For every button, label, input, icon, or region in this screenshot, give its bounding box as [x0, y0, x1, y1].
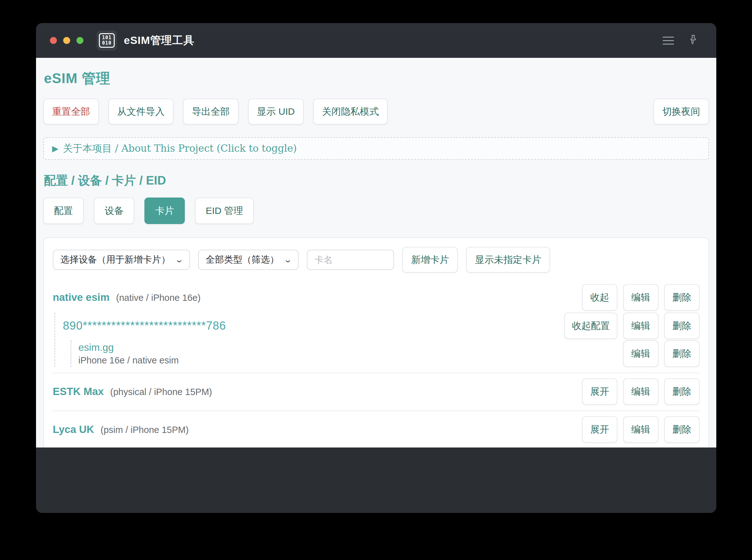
profile-name: esim.gg	[78, 342, 179, 353]
window-footer	[36, 447, 716, 513]
collapse-config-button[interactable]: 收起配置	[564, 313, 617, 339]
card-row: native esim (native / iPhone 16e) 收起 编辑 …	[53, 284, 699, 311]
type-select[interactable]: 全部类型（筛选） ⌄	[198, 250, 299, 270]
delete-button[interactable]: 删除	[664, 378, 699, 405]
content-area: eSIM 管理 重置全部 从文件导入 导出全部 显示 UID 关闭隐私模式 切换…	[36, 58, 716, 447]
card-group: Lyca UK (psim / iPhone 15PM) 展开 编辑 删除	[53, 411, 699, 447]
delete-button[interactable]: 删除	[664, 416, 699, 443]
edit-button[interactable]: 编辑	[623, 340, 658, 367]
card-row: ESTK Max (physical / iPhone 15PM) 展开 编辑 …	[53, 378, 699, 405]
profile-meta: iPhone 16e / native esim	[78, 355, 179, 366]
page-title: eSIM 管理	[44, 69, 709, 88]
filter-row: 选择设备（用于新增卡片） ⌄ 全部类型（筛选） ⌄ 新增卡片 显示未指定卡片	[53, 247, 699, 273]
delete-button[interactable]: 删除	[664, 340, 699, 367]
about-toggle[interactable]: ▶ 关于本项目 / About This Project (Click to t…	[43, 137, 709, 160]
expand-button[interactable]: 展开	[582, 378, 617, 405]
header-actions: 重置全部 从文件导入 导出全部 显示 UID 关闭隐私模式 切换夜间	[43, 99, 709, 124]
card-group: ESTK Max (physical / iPhone 15PM) 展开 编辑 …	[53, 373, 699, 411]
edit-button[interactable]: 编辑	[623, 284, 658, 311]
menu-icon[interactable]	[663, 37, 674, 44]
card-name: ESTK Max	[53, 385, 104, 397]
iccid-row: 890**************************786 收起配置 编辑…	[63, 313, 699, 339]
show-unassigned-button[interactable]: 显示未指定卡片	[466, 247, 550, 273]
zoom-window-button[interactable]	[77, 37, 83, 44]
binary-chip-icon: 101 010	[99, 33, 115, 48]
add-card-button[interactable]: 新增卡片	[402, 247, 458, 273]
iccid-block: 890**************************786 收起配置 编辑…	[54, 313, 699, 367]
iccid-text: 890**************************786	[63, 319, 226, 333]
card-row: Lyca UK (psim / iPhone 15PM) 展开 编辑 删除	[53, 416, 699, 443]
delete-button[interactable]: 删除	[664, 284, 699, 311]
card-name: native esim	[53, 292, 110, 303]
edit-button[interactable]: 编辑	[623, 313, 658, 339]
chevron-down-icon: ⌄	[175, 255, 184, 264]
card-panel: 选择设备（用于新增卡片） ⌄ 全部类型（筛选） ⌄ 新增卡片 显示未指定卡片 n…	[43, 237, 709, 447]
import-from-file-button[interactable]: 从文件导入	[108, 99, 174, 124]
card-meta: (physical / iPhone 15PM)	[110, 387, 212, 397]
export-all-button[interactable]: 导出全部	[183, 99, 239, 124]
tab-eid[interactable]: EID 管理	[195, 198, 254, 224]
delete-button[interactable]: 删除	[664, 313, 699, 339]
about-label: 关于本项目 / About This Project (Click to tog…	[63, 142, 297, 155]
show-uid-button[interactable]: 显示 UID	[248, 99, 304, 124]
card-name: Lyca UK	[53, 423, 94, 435]
tab-bar: 配置 设备 卡片 EID 管理	[43, 198, 709, 224]
profile-row: esim.gg iPhone 16e / native esim 编辑 删除	[78, 340, 699, 367]
night-mode-button[interactable]: 切换夜间	[653, 99, 709, 124]
pin-icon[interactable]	[688, 34, 698, 47]
titlebar: 101 010 eSIM管理工具	[36, 23, 716, 58]
close-window-button[interactable]	[50, 37, 57, 44]
traffic-lights	[50, 37, 83, 44]
app-window: 101 010 eSIM管理工具 eSIM 管理 重置全部 从文件导入 导出全部…	[36, 23, 716, 513]
collapse-button[interactable]: 收起	[582, 284, 617, 311]
profile-block: esim.gg iPhone 16e / native esim 编辑 删除	[70, 340, 699, 367]
chevron-down-icon: ⌄	[283, 255, 292, 264]
privacy-mode-button[interactable]: 关闭隐私模式	[313, 99, 388, 124]
minimize-window-button[interactable]	[63, 37, 70, 44]
edit-button[interactable]: 编辑	[623, 416, 658, 443]
card-name-input[interactable]	[307, 250, 394, 270]
app-icon: 101 010	[97, 30, 117, 51]
device-select[interactable]: 选择设备（用于新增卡片） ⌄	[53, 250, 190, 270]
edit-button[interactable]: 编辑	[623, 378, 658, 405]
reset-all-button[interactable]: 重置全部	[43, 99, 99, 124]
card-meta: (psim / iPhone 15PM)	[100, 425, 189, 435]
expand-button[interactable]: 展开	[582, 416, 617, 443]
section-title: 配置 / 设备 / 卡片 / EID	[44, 173, 709, 189]
card-meta: (native / iPhone 16e)	[116, 293, 201, 303]
window-title: eSIM管理工具	[124, 33, 194, 48]
tab-card[interactable]: 卡片	[144, 198, 185, 224]
triangle-right-icon: ▶	[52, 144, 58, 154]
tab-config[interactable]: 配置	[43, 198, 84, 224]
tab-device[interactable]: 设备	[94, 198, 134, 224]
card-group: native esim (native / iPhone 16e) 收起 编辑 …	[53, 279, 699, 373]
